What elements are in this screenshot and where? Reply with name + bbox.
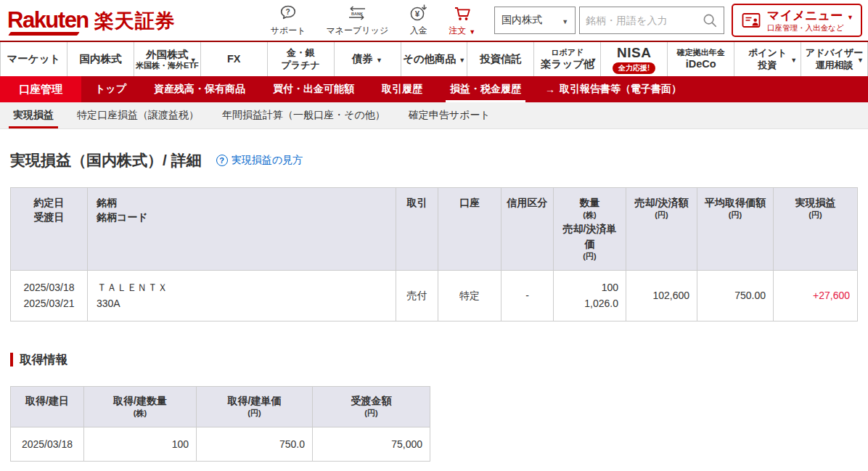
search-icon[interactable]: [702, 12, 718, 28]
pnl-help-link[interactable]: 実現損益の見方: [216, 154, 303, 167]
tab-tax-return-support[interactable]: 確定申告サポート: [397, 102, 502, 128]
tab-annual-pnl-calc[interactable]: 年間損益計算（一般口座・その他）: [210, 102, 397, 128]
section-accent-bar: [10, 353, 13, 366]
chevron-down-icon: [857, 53, 864, 66]
main-nav-nisa[interactable]: NISA 全力応援!: [600, 42, 667, 76]
svg-text:?: ?: [286, 8, 290, 16]
my-menu-subtitle: 口座管理・入出金など: [767, 23, 844, 33]
cell-margin-type: -: [501, 270, 554, 321]
my-menu-label: マイメニュー: [767, 9, 843, 23]
account-nav-pnl-tax-history[interactable]: 損益・税金履歴: [436, 76, 535, 102]
cell-acq-unit-price: 750.0: [197, 427, 313, 461]
tab-tokutei-account-pnl[interactable]: 特定口座損益（譲渡益税）: [65, 102, 210, 128]
quick-link-order[interactable]: 注文: [449, 4, 475, 37]
tab-realized-pnl[interactable]: 実現損益: [1, 102, 65, 128]
quick-link-label: 入金: [410, 25, 427, 37]
chevron-down-icon: [847, 9, 853, 23]
account-nav-buying-power[interactable]: 買付・出金可能額: [259, 76, 368, 102]
main-nav-funds[interactable]: 投資信託: [467, 42, 533, 76]
top-header: Rakuten 楽天証券 ? サポート BANK マネーブリッジ ¥ 入金 注文: [0, 0, 868, 42]
account-nav-reports-link[interactable]: 取引報告書等（電子書面）: [535, 76, 692, 102]
acquisition-table: 取得/建日 取得/建数量(株) 取得/建単価(円) 受渡金額(円) 2025/0…: [10, 386, 430, 462]
cell-realized-pnl: +27,600: [774, 270, 858, 321]
cell-acq-qty: 100: [84, 427, 197, 461]
chevron-down-icon: [469, 26, 475, 36]
global-product-nav: マーケット 国内株式 外国株式 米国株・海外ETF FX 金・銀 プラチナ 債券…: [0, 42, 868, 76]
account-nav-assets[interactable]: 資産残高・保有商品: [140, 76, 259, 102]
quick-link-support[interactable]: ? サポート: [271, 4, 306, 37]
search-input[interactable]: [586, 15, 702, 26]
cell-acq-date: 2025/03/18: [11, 427, 84, 461]
main-nav-other-products[interactable]: その他商品: [401, 42, 467, 76]
pnl-sub-tabs: 実現損益 特定口座損益（譲渡益税） 年間損益計算（一般口座・その他） 確定申告サ…: [0, 102, 868, 129]
cell-account-type: 特定: [438, 270, 501, 321]
main-nav-gold-platinum[interactable]: 金・銀 プラチナ: [267, 42, 334, 76]
pnl-table-header-row: 約定日受渡日 銘柄銘柄コード 取引 口座 信用区分 数量(株)売却/決済単価(円…: [11, 188, 858, 271]
chevron-down-icon: [376, 53, 382, 66]
quick-link-deposit[interactable]: ¥ 入金: [409, 4, 428, 37]
chevron-down-icon: [190, 53, 197, 66]
rakuten-wordmark: Rakuten: [7, 7, 89, 33]
col-header-avg-price: 平均取得価額(円): [697, 188, 774, 271]
main-nav-point-investment[interactable]: ポイント 投資: [734, 42, 801, 76]
search-group: 国内株式: [494, 7, 724, 34]
my-menu-card-icon: [742, 12, 761, 29]
cell-trade-type: 売付: [396, 270, 438, 321]
search-box: [579, 7, 724, 34]
col-header-acq-amount: 受渡金額(円): [313, 386, 430, 427]
account-nav-kouza-kanri[interactable]: 口座管理: [0, 76, 81, 102]
main-nav-fx[interactable]: FX: [200, 42, 267, 76]
acquisition-header-row: 取得/建日 取得/建数量(株) 取得/建単価(円) 受渡金額(円): [11, 386, 430, 427]
main-nav-foreign-stock[interactable]: 外国株式 米国株・海外ETF: [134, 42, 200, 76]
account-nav-trade-history[interactable]: 取引履歴: [368, 76, 436, 102]
quick-link-moneybridge[interactable]: BANK マネーブリッジ: [326, 4, 388, 37]
quick-link-label: サポート: [271, 25, 306, 37]
cart-icon: [453, 4, 472, 22]
cell-proceeds: 102,600: [626, 270, 697, 321]
chevron-down-icon: [590, 53, 597, 66]
col-header-account: 口座: [438, 188, 501, 271]
col-header-quantity: 数量(株)売却/決済単価(円): [554, 188, 626, 271]
col-header-trade: 取引: [396, 188, 438, 271]
table-row: 2025/03/182025/03/21 ＴＡＬＥＮＴＸ330A 売付 特定 -…: [11, 270, 858, 321]
col-header-name: 銘柄銘柄コード: [88, 188, 396, 271]
cell-acq-amount: 75,000: [313, 427, 430, 461]
rakuten-securities-wordmark: 楽天証券: [94, 8, 176, 34]
account-nav-top[interactable]: トップ: [81, 76, 140, 102]
main-nav-advisor[interactable]: アドバイザー 運用相談: [801, 42, 868, 76]
table-row: 2025/03/18 100 750.0 75,000: [11, 427, 430, 461]
deposit-yen-icon: ¥: [409, 4, 428, 22]
my-menu-button[interactable]: マイメニュー 口座管理・入出金など: [732, 4, 862, 37]
cell-quantity: 1001,026.0: [554, 270, 626, 321]
col-header-margin-type: 信用区分: [501, 188, 554, 271]
search-category-value: 国内株式: [501, 14, 542, 27]
main-nav-bonds[interactable]: 債券: [334, 42, 401, 76]
rakuten-logo[interactable]: Rakuten 楽天証券: [7, 7, 176, 34]
main-content: 実現損益（国内株式）/ 詳細 実現損益の見方 約定日受渡日 銘柄銘柄コード 取引…: [0, 150, 868, 471]
search-category-select[interactable]: 国内株式: [494, 7, 576, 34]
svg-text:BANK: BANK: [351, 12, 363, 16]
nisa-campaign-badge: 全力応援!: [613, 62, 655, 74]
cell-dates: 2025/03/182025/03/21: [11, 270, 88, 321]
main-nav-ideco[interactable]: 確定拠出年金 iDeCo: [667, 42, 734, 76]
acquisition-heading: 取得情報: [20, 352, 67, 368]
realized-pnl-table: 約定日受渡日 銘柄銘柄コード 取引 口座 信用区分 数量(株)売却/決済単価(円…: [10, 187, 858, 321]
main-nav-roboadvisor[interactable]: ロボアド 楽ラップ他: [533, 42, 600, 76]
main-nav-market[interactable]: マーケット: [0, 42, 67, 76]
account-management-nav: 口座管理 トップ 資産残高・保有商品 買付・出金可能額 取引履歴 損益・税金履歴…: [0, 76, 868, 102]
col-header-proceeds: 売却/決済額(円): [626, 188, 697, 271]
page-title: 実現損益（国内株式）/ 詳細: [10, 150, 202, 171]
arrow-right-icon: [545, 83, 555, 95]
col-header-realized-pnl: 実現損益(円): [774, 188, 858, 271]
quick-link-label: 注文: [449, 25, 466, 37]
main-nav-domestic-stock[interactable]: 国内株式: [67, 42, 134, 76]
col-header-acq-date: 取得/建日: [11, 386, 84, 427]
svg-text:¥: ¥: [415, 9, 420, 18]
quick-links: ? サポート BANK マネーブリッジ ¥ 入金 注文: [271, 4, 475, 37]
chevron-down-icon: [562, 15, 568, 26]
bank-bridge-icon: BANK: [345, 4, 369, 22]
quick-link-label: マネーブリッジ: [326, 25, 388, 37]
cell-avg-price: 750.00: [697, 270, 774, 321]
col-header-acq-unit-price: 取得/建単価(円): [197, 386, 313, 427]
col-header-acq-qty: 取得/建数量(株): [84, 386, 197, 427]
